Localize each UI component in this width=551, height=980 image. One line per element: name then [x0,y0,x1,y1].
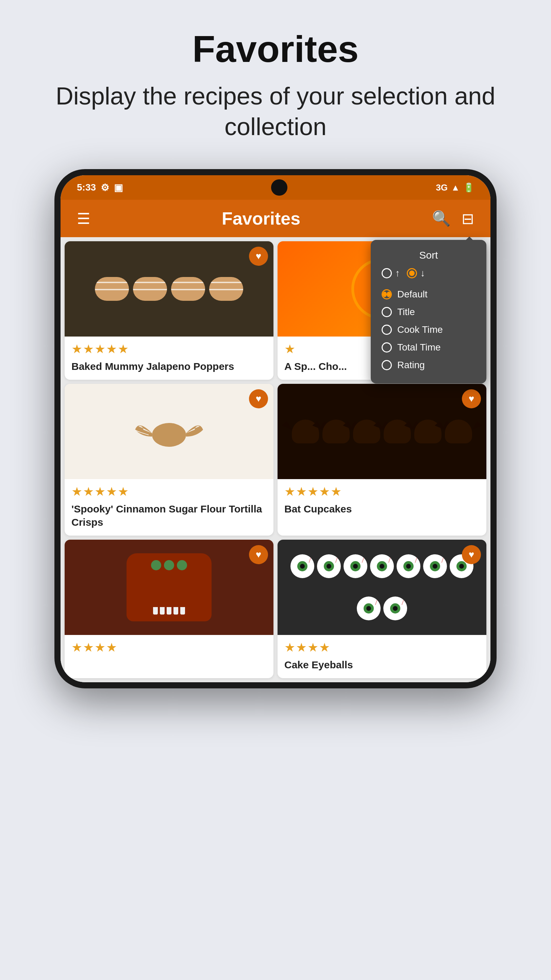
recipe-info-4: ★★★★★ Bat Cupcakes [278,479,486,522]
sort-descending-option[interactable]: ↓ [407,268,425,279]
recipe-info-6: ★★★★ Cake Eyeballs [278,635,486,678]
sort-option-default[interactable]: Default [382,285,475,303]
camera-lens [271,179,287,196]
page-subtitle: Display the recipes of your selection an… [54,81,497,142]
status-bar-left: 5:33 ⚙ ▣ [77,182,123,193]
recipe-image-3 [65,384,273,479]
sim-icon: ▣ [114,182,123,193]
battery-icon: 🔋 [463,182,474,193]
sort-option-title[interactable]: Title [382,303,475,321]
status-bar-right: 3G ▲ 🔋 [436,182,474,193]
default-radio[interactable] [382,289,392,299]
title-radio[interactable] [382,307,392,317]
recipe-info-3: ★★★★★ 'Spooky' Cinnamon Sugar Flour Tort… [65,479,273,536]
totaltime-radio[interactable] [382,342,392,353]
sort-option-cooktime[interactable]: Cook Time [382,321,475,339]
recipe-name-6: Cake Eyeballs [284,658,480,671]
search-icon: 🔍 [432,210,451,227]
sort-rating-label: Rating [397,360,425,371]
bat-svg [132,409,206,453]
phone-shell: 5:33 ⚙ ▣ 3G ▲ 🔋 ☰ Favorites 🔍 ⊟ [54,169,497,688]
status-bar: 5:33 ⚙ ▣ 3G ▲ 🔋 [60,175,491,200]
recipe-grid-wrapper: ♥ ★★★★★ Baked Mummy Jalapeno Poppers ♥ ★… [60,237,491,682]
svg-point-0 [152,423,186,447]
recipe-stars-5: ★★★★ [71,640,267,655]
recipe-stars-1: ★★★★★ [71,342,267,356]
ascending-radio[interactable] [382,268,392,278]
recipe-info-1: ★★★★★ Baked Mummy Jalapeno Poppers [65,337,273,380]
menu-button[interactable]: ☰ [77,210,90,227]
recipe-card-3[interactable]: ♥ ★★★★★ 'Spooky' Cinnamon Sugar Flour To… [65,384,273,536]
recipe-stars-3: ★★★★★ [71,485,267,499]
page-title: Favorites [192,27,359,70]
favorite-button-3[interactable]: ♥ [249,389,268,408]
recipe-card-1[interactable]: ♥ ★★★★★ Baked Mummy Jalapeno Poppers [65,241,273,380]
time-display: 5:33 [77,182,96,193]
sort-ascending-option[interactable]: ↑ [382,268,400,279]
phone-screen: 5:33 ⚙ ▣ 3G ▲ 🔋 ☰ Favorites 🔍 ⊟ [60,175,491,682]
menu-icon: ☰ [77,210,90,227]
descending-radio[interactable] [407,268,417,278]
recipe-card-4[interactable]: ♥ ★★★★★ Bat Cupcakes [278,384,486,536]
filter-icon: ⊟ [462,210,474,227]
recipe-image-1 [65,241,273,337]
recipe-card-5[interactable]: ♥ ★★★★ [65,540,273,678]
ascending-label: ↑ [395,268,400,279]
rating-radio[interactable] [382,360,392,370]
network-display: 3G [436,182,448,193]
recipe-name-3: 'Spooky' Cinnamon Sugar Flour Tortilla C… [71,502,267,529]
favorite-button-5[interactable]: ♥ [249,545,268,564]
sort-button[interactable]: ⊟ [462,210,474,227]
recipe-card-6[interactable]: ♥ ★★★★ Cake Eyeballs [278,540,486,678]
recipe-image-4 [278,384,486,479]
favorite-button-6[interactable]: ♥ [462,545,481,564]
sort-default-label: Default [397,289,427,300]
recipe-stars-4: ★★★★★ [284,485,480,499]
descending-label: ↓ [421,268,425,279]
cooktime-radio[interactable] [382,325,392,335]
sort-cooktime-label: Cook Time [397,324,443,335]
favorite-button-1[interactable]: ♥ [249,247,268,266]
app-bar: ☰ Favorites 🔍 ⊟ [60,200,491,237]
sort-option-totaltime[interactable]: Total Time [382,339,475,356]
recipe-stars-6: ★★★★ [284,640,480,655]
sort-direction-row: ↑ ↓ [382,268,475,279]
search-button[interactable]: 🔍 [432,210,451,227]
signal-icon: ▲ [451,182,460,193]
recipe-name-1: Baked Mummy Jalapeno Poppers [71,360,267,373]
sort-dropdown: Sort ↑ ↓ Defau [371,240,486,383]
sort-totaltime-label: Total Time [397,342,441,353]
app-bar-icons: 🔍 ⊟ [432,210,474,227]
recipe-info-5: ★★★★ [65,635,273,665]
recipe-image-6 [278,540,486,635]
recipe-name-4: Bat Cupcakes [284,502,480,515]
favorite-button-4[interactable]: ♥ [462,389,481,408]
sort-title-label: Title [397,307,415,318]
sort-title: Sort [382,250,475,261]
app-bar-title: Favorites [222,208,300,229]
recipe-image-5 [65,540,273,635]
sort-option-rating[interactable]: Rating [382,356,475,374]
settings-icon: ⚙ [101,182,109,193]
